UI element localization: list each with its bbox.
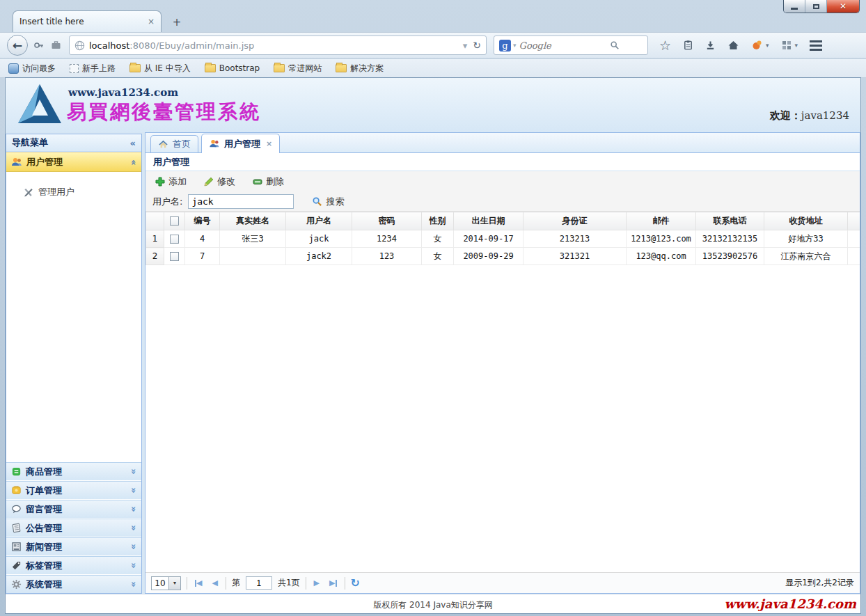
chevron-down-icon[interactable]: » bbox=[128, 487, 139, 493]
cell-gender: 女 bbox=[422, 248, 454, 265]
bookmark-star-icon[interactable]: ☆ bbox=[659, 38, 671, 53]
tab-home[interactable]: 首页 bbox=[150, 135, 198, 152]
col-password[interactable]: 密码 bbox=[352, 212, 422, 230]
sidebar-panel-tags[interactable]: 标签管理 » bbox=[6, 556, 141, 574]
first-page-button[interactable]: ◀ bbox=[193, 578, 204, 587]
cell-password: 1234 bbox=[352, 230, 422, 248]
table-row[interactable]: 2 7 jack2 123 女 2009-09-29 321321 123@qq… bbox=[146, 248, 860, 265]
add-label: 添加 bbox=[168, 175, 187, 188]
sidebar-panel-products[interactable]: 商品管理 » bbox=[6, 462, 141, 480]
reload-icon[interactable]: ↻ bbox=[473, 40, 481, 51]
web-search-input[interactable] bbox=[519, 40, 610, 51]
products-icon bbox=[11, 466, 22, 477]
new-tab-button[interactable]: + bbox=[167, 15, 187, 29]
search-button[interactable]: 搜索 bbox=[312, 196, 344, 208]
key-icon[interactable] bbox=[33, 40, 45, 51]
username-search-input[interactable] bbox=[188, 194, 294, 209]
pager-separator bbox=[187, 577, 187, 590]
home-icon[interactable] bbox=[727, 40, 739, 51]
row-checkbox[interactable] bbox=[170, 252, 179, 261]
sidebar-panel-notices[interactable]: 公告管理 » bbox=[6, 519, 141, 537]
main-panel: 首页 用户管理 × 用户管理 bbox=[145, 132, 860, 594]
download-icon[interactable] bbox=[705, 40, 716, 51]
bookmarks-bar: 访问最多 新手上路 从 IE 中导入 Bootstrap 常进网站 解决方案 bbox=[0, 59, 866, 78]
bookmarks-menu-icon[interactable] bbox=[683, 40, 693, 51]
menu-icon[interactable] bbox=[810, 40, 822, 51]
col-phone[interactable]: 联系电话 bbox=[696, 212, 764, 230]
getting-started-icon bbox=[70, 64, 79, 73]
bookmark-folder-solutions[interactable]: 解决方案 bbox=[336, 63, 384, 74]
table-row[interactable]: 1 4 张三3 jack 1234 女 2014-09-17 213213 12… bbox=[146, 230, 860, 248]
cell-username: jack bbox=[286, 230, 352, 248]
close-button[interactable]: ✕ bbox=[827, 0, 859, 13]
page-size-dropdown-icon[interactable]: ▾ bbox=[168, 577, 180, 590]
add-button[interactable]: 添加 bbox=[151, 174, 190, 189]
row-checkbox[interactable] bbox=[170, 235, 179, 244]
tab-close-icon[interactable]: × bbox=[266, 139, 272, 148]
search-icon bbox=[312, 196, 322, 207]
prev-page-button[interactable]: ◀ bbox=[210, 578, 219, 587]
edit-button[interactable]: 修改 bbox=[200, 174, 239, 189]
cell-birthdate: 2014-09-17 bbox=[454, 230, 523, 248]
sidebar-panel-label: 订单管理 bbox=[26, 484, 62, 497]
sidebar-collapse-icon[interactable]: « bbox=[130, 138, 136, 148]
page-number-input[interactable] bbox=[246, 576, 272, 590]
extension-button-1[interactable]: ▾ bbox=[751, 40, 769, 51]
maximize-button[interactable] bbox=[805, 0, 827, 13]
chevron-down-icon[interactable]: » bbox=[128, 525, 139, 530]
sidebar-panel-users[interactable]: 用户管理 « bbox=[6, 152, 141, 172]
col-birthdate[interactable]: 出生日期 bbox=[454, 212, 523, 230]
chevron-down-icon[interactable]: » bbox=[128, 544, 139, 549]
cell-realname: 张三3 bbox=[220, 230, 286, 248]
col-gender[interactable]: 性别 bbox=[422, 212, 454, 230]
bookmark-folder-ie[interactable]: 从 IE 中导入 bbox=[129, 63, 191, 74]
next-page-button[interactable]: ▶ bbox=[312, 578, 322, 587]
cell-gender: 女 bbox=[422, 230, 454, 248]
search-bar[interactable]: g ▾ bbox=[494, 35, 648, 55]
sidebar-panel-system[interactable]: 系统管理 » bbox=[6, 575, 141, 593]
tab-user-management[interactable]: 用户管理 × bbox=[201, 134, 280, 153]
chevron-up-icon[interactable]: « bbox=[128, 159, 139, 165]
browser-tab[interactable]: Insert title here × bbox=[13, 10, 162, 32]
extension-1-dropdown-icon[interactable]: ▾ bbox=[766, 42, 769, 49]
tag-icon bbox=[11, 560, 22, 571]
col-email[interactable]: 邮件 bbox=[627, 212, 696, 230]
chevron-down-icon[interactable]: » bbox=[128, 506, 139, 512]
sidebar-panel-messages[interactable]: 留言管理 » bbox=[6, 500, 141, 518]
bookmark-label: 新手上路 bbox=[82, 63, 116, 74]
col-address[interactable]: 收货地址 bbox=[764, 212, 848, 230]
bookmark-folder-bootstrap[interactable]: Bootstrap bbox=[205, 63, 260, 73]
last-page-button[interactable]: ▶ bbox=[327, 578, 338, 587]
extension-2-dropdown-icon[interactable]: ▾ bbox=[795, 42, 798, 49]
bookmark-most-visited[interactable]: 访问最多 bbox=[8, 63, 56, 74]
col-username[interactable]: 用户名 bbox=[286, 212, 352, 230]
bookmark-folder-sites[interactable]: 常进网站 bbox=[274, 63, 322, 74]
col-realname[interactable]: 真实姓名 bbox=[220, 212, 286, 230]
magnifier-icon[interactable] bbox=[610, 40, 620, 50]
chevron-down-icon[interactable]: » bbox=[128, 468, 139, 474]
sidebar-item-manage-users[interactable]: 管理用户 bbox=[6, 182, 141, 203]
pager-separator bbox=[345, 577, 345, 590]
extension-button-2[interactable]: ▾ bbox=[781, 40, 798, 51]
page-size-select[interactable]: 10 ▾ bbox=[151, 576, 181, 590]
chevron-down-icon[interactable]: » bbox=[128, 562, 139, 568]
sidebar-panel-orders[interactable]: 订单管理 » bbox=[6, 481, 141, 499]
tab-close-icon[interactable]: × bbox=[148, 17, 155, 26]
minimize-button[interactable] bbox=[784, 0, 805, 13]
back-button[interactable]: ← bbox=[7, 35, 28, 56]
page-suffix-label: 共1页 bbox=[278, 577, 300, 589]
chevron-down-icon[interactable]: » bbox=[128, 581, 139, 587]
select-all-checkbox[interactable] bbox=[170, 216, 179, 226]
sidebar-panel-news[interactable]: 新闻管理 » bbox=[6, 537, 141, 555]
col-id[interactable]: 编号 bbox=[185, 212, 220, 230]
col-idcard[interactable]: 身份证 bbox=[523, 212, 627, 230]
cell-id: 7 bbox=[185, 248, 220, 265]
refresh-icon[interactable]: ↻ bbox=[351, 576, 360, 590]
search-engine-dropdown-icon[interactable]: ▾ bbox=[513, 42, 517, 49]
url-dropdown-icon[interactable]: ▾ bbox=[463, 40, 468, 51]
table-header-row: 编号 真实姓名 用户名 密码 性别 出生日期 身份证 邮件 联系电话 收货地址 bbox=[146, 212, 860, 230]
bookmark-getting-started[interactable]: 新手上路 bbox=[70, 63, 116, 74]
briefcase-icon[interactable] bbox=[50, 40, 62, 51]
delete-button[interactable]: 删除 bbox=[249, 174, 288, 189]
url-bar[interactable]: localhost :8080/Ebuy/admin/main.jsp ▾ ↻ bbox=[69, 35, 487, 55]
